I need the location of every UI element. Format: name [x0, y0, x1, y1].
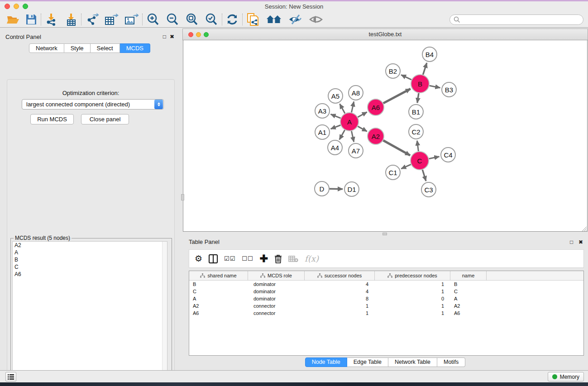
import-network-icon[interactable] [45, 12, 57, 27]
refresh-icon[interactable] [226, 12, 239, 27]
table-cell[interactable]: A2 [189, 302, 248, 310]
table-row[interactable]: A6connector11A6 [189, 310, 583, 317]
table-cell[interactable]: B [450, 281, 487, 288]
list-scrollbar[interactable] [162, 242, 167, 379]
node-C1[interactable]: C1 [386, 165, 400, 180]
delete-table-icon[interactable] [288, 255, 298, 262]
minimize-window-button[interactable] [14, 4, 19, 9]
node-B4[interactable]: B4 [422, 47, 437, 62]
table-cell[interactable]: 8 [305, 295, 375, 302]
edge-A2-C[interactable] [383, 140, 410, 155]
tab-network[interactable]: Network [29, 43, 64, 53]
edge-A-A3[interactable] [331, 114, 341, 118]
export-image-icon[interactable] [124, 12, 139, 27]
node-A7[interactable]: A7 [349, 143, 363, 158]
gear-icon[interactable]: ⚙ [195, 253, 202, 264]
node-B2[interactable]: B2 [386, 64, 400, 78]
search-field[interactable] [449, 14, 583, 25]
table-cell[interactable]: A6 [450, 310, 487, 317]
table-cell[interactable]: 1 [305, 302, 375, 310]
network-vertical-scrollbar[interactable] [181, 194, 184, 200]
mcds-result-item[interactable]: A6 [13, 271, 167, 278]
table-row[interactable]: Cdominator41C [189, 288, 583, 295]
table-cell[interactable]: 0 [375, 295, 450, 302]
table-row[interactable]: A2connector11A2 [189, 302, 583, 310]
node-C3[interactable]: C3 [421, 182, 436, 197]
table-row[interactable]: Bdominator41B [189, 281, 583, 288]
table-cell[interactable]: A6 [189, 310, 248, 317]
tab-style[interactable]: Style [64, 43, 91, 53]
table-cell[interactable]: A [189, 295, 248, 302]
zoom-in-icon[interactable] [146, 12, 160, 27]
column-header-MCDS-role[interactable]: MCDS role [248, 271, 305, 280]
edge-A-A8[interactable] [351, 102, 354, 113]
node-B[interactable]: B [411, 75, 429, 93]
edge-A-A1[interactable] [331, 125, 341, 129]
table-cell[interactable]: A [450, 295, 487, 302]
column-header-predecessor-nodes[interactable]: predecessor nodes [375, 271, 450, 280]
node-A4[interactable]: A4 [328, 140, 342, 155]
node-C4[interactable]: C4 [441, 148, 455, 162]
node-A2[interactable]: A2 [368, 128, 384, 144]
open-file-icon[interactable] [6, 12, 20, 27]
memory-button[interactable]: Memory [548, 372, 584, 381]
node-A3[interactable]: A3 [315, 104, 330, 118]
edge-C-C1[interactable] [401, 164, 411, 168]
node-A8[interactable]: A8 [349, 86, 363, 100]
edge-A-A2[interactable] [358, 126, 367, 131]
float-panel-icon[interactable]: □ [163, 33, 166, 40]
edge-B-B4[interactable] [423, 63, 426, 75]
tab-edge-table[interactable]: Edge Table [347, 357, 388, 367]
run-mcds-button[interactable]: Run MCDS [30, 114, 74, 124]
edge-C-C2[interactable] [417, 141, 418, 151]
edge-A6-B[interactable] [383, 89, 411, 103]
node-C[interactable]: C [411, 152, 429, 170]
maximize-network-button[interactable] [204, 32, 209, 37]
node-B3[interactable]: B3 [442, 82, 456, 97]
mcds-result-item[interactable]: A [13, 249, 167, 256]
edge-B-B1[interactable] [417, 93, 419, 103]
table-cell[interactable]: 1 [375, 288, 450, 295]
tab-select[interactable]: Select [91, 43, 120, 53]
select-all-icon[interactable]: ☑☑ [224, 255, 235, 262]
tab-motifs[interactable]: Motifs [437, 357, 465, 367]
home-icon[interactable] [266, 12, 282, 27]
zoom-fit-icon[interactable] [185, 12, 199, 27]
close-panel-icon[interactable]: ✖ [170, 33, 174, 40]
zoom-selected-icon[interactable] [205, 12, 218, 27]
node-A1[interactable]: A1 [315, 125, 330, 139]
table-row[interactable]: Adominator80A [189, 295, 583, 302]
table-cell[interactable]: C [450, 288, 487, 295]
function-builder-icon[interactable]: f(x) [305, 254, 319, 263]
close-panel-button[interactable]: Close panel [81, 114, 129, 124]
network-window-titlebar[interactable]: testGlobe.txt [182, 29, 588, 40]
edge-A-A7[interactable] [351, 131, 354, 142]
table-cell[interactable]: B [189, 281, 248, 288]
duplicate-network-icon[interactable] [246, 12, 260, 27]
zoom-out-icon[interactable] [166, 12, 179, 27]
table-cell[interactable]: A2 [450, 302, 487, 310]
mcds-result-item[interactable]: B [13, 256, 167, 263]
table-cell[interactable]: 4 [305, 288, 375, 295]
edge-A-A6[interactable] [358, 112, 367, 117]
close-network-button[interactable] [188, 32, 193, 37]
node-B1[interactable]: B1 [409, 105, 423, 119]
close-table-panel-icon[interactable]: ✖ [578, 239, 583, 245]
column-header-shared-name[interactable]: shared name [189, 271, 248, 280]
table-cell[interactable]: connector [248, 302, 305, 310]
tab-mcds[interactable]: MCDS [120, 43, 150, 53]
table-cell[interactable]: connector [248, 310, 305, 317]
network-horizontal-scrollbar[interactable] [382, 233, 387, 235]
table-cell[interactable]: C [189, 288, 248, 295]
node-D[interactable]: D [315, 181, 329, 196]
table-cell[interactable]: 1 [375, 302, 450, 310]
float-table-panel-icon[interactable]: □ [570, 239, 573, 245]
edge-B-B2[interactable] [401, 75, 411, 80]
mcds-result-item[interactable]: C [13, 263, 167, 271]
deselect-all-icon[interactable]: ☐☐ [242, 255, 253, 262]
edge-A-A4[interactable] [339, 130, 345, 139]
resize-grip[interactable] [582, 227, 587, 231]
minimize-network-button[interactable] [196, 32, 201, 37]
table-cell[interactable]: 1 [305, 310, 375, 317]
save-session-icon[interactable] [25, 12, 37, 27]
